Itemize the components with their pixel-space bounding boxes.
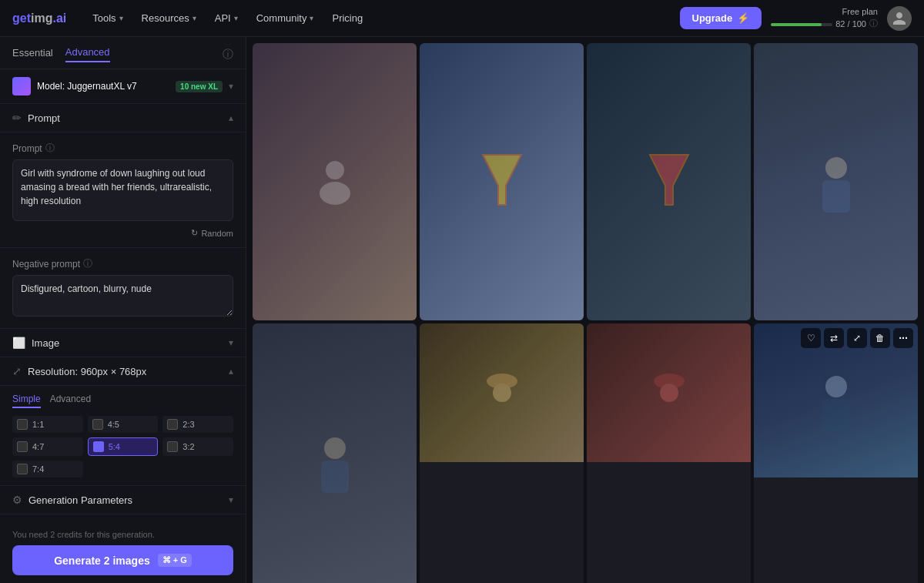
resize-icon: ⤢ — [12, 365, 22, 377]
ratio-box — [17, 419, 28, 430]
model-chevron-icon: ▾ — [229, 81, 233, 92]
pencil-icon: ✏ — [12, 112, 22, 124]
gen-params-header[interactable]: ⚙ Generation Parameters ▾ — [0, 486, 246, 514]
ratio-3-2[interactable]: 3:2 — [162, 437, 233, 456]
credits-notice: You need 2 credits for this generation. — [12, 530, 233, 539]
image-section-header[interactable]: ⬜ Image ▾ — [0, 329, 246, 357]
ratio-5-4[interactable]: 5:4 — [88, 437, 159, 456]
svg-marker-3 — [650, 155, 688, 205]
ratio-box — [17, 464, 28, 474]
ratio-7-4[interactable]: 7:4 — [12, 461, 83, 477]
ratio-box — [92, 419, 103, 430]
prompt-info-icon: ⓘ — [45, 142, 55, 155]
svg-point-12 — [825, 376, 847, 397]
tab-advanced[interactable]: Advanced — [65, 46, 110, 62]
ratio-box — [167, 441, 178, 452]
nav-community[interactable]: Community ▾ — [249, 8, 322, 28]
prompt-input[interactable] — [12, 159, 233, 221]
svg-rect-5 — [822, 180, 850, 213]
like-button-8[interactable]: ♡ — [801, 328, 821, 348]
svg-point-11 — [660, 384, 678, 402]
resources-chevron-icon: ▾ — [192, 14, 196, 22]
gen-params-title: Generation Parameters — [28, 494, 229, 506]
ratio-box — [167, 419, 178, 430]
prompt-chevron-icon: ▴ — [229, 112, 233, 123]
prompt-section-header[interactable]: ✏ Prompt ▴ — [0, 104, 246, 132]
neg-prompt-area: Negative prompt ⓘ — [0, 248, 246, 329]
ratio-box — [17, 441, 28, 452]
res-tab-advanced[interactable]: Advanced — [50, 394, 91, 408]
user-icon — [892, 11, 907, 26]
svg-point-4 — [825, 157, 847, 179]
gallery: ♡ ⇄ ⤢ 🗑 ··· — [246, 37, 924, 583]
tools-chevron-icon: ▾ — [119, 14, 123, 22]
zoom-button-8[interactable]: ⤢ — [847, 328, 867, 348]
gallery-item-3[interactable] — [587, 43, 751, 320]
resolution-area: Simple Advanced 1:1 4:5 2:3 4:7 — [0, 386, 246, 486]
resolution-section-header[interactable]: ⤢ Resolution: 960px × 768px ▴ — [0, 357, 246, 386]
image-section-title: Image — [32, 337, 229, 349]
gallery-item-4[interactable] — [754, 43, 918, 320]
gallery-grid: ♡ ⇄ ⤢ 🗑 ··· — [253, 43, 918, 583]
prompt-area: Prompt ⓘ ↻ Random — [0, 132, 246, 248]
generate-shortcut: ⌘ + G — [158, 554, 192, 567]
share-button-8[interactable]: ⇄ — [824, 328, 844, 348]
neg-prompt-input[interactable] — [12, 275, 233, 317]
navbar: getimg.ai Tools ▾ Resources ▾ API ▾ Comm… — [0, 0, 924, 37]
ratio-1-1[interactable]: 1:1 — [12, 416, 83, 433]
upgrade-button[interactable]: Upgrade ⚡ — [680, 7, 762, 29]
random-button[interactable]: ↻ Random — [191, 228, 233, 238]
ratio-2-3[interactable]: 2:3 — [162, 416, 233, 433]
model-thumbnail — [12, 77, 31, 95]
nav-api[interactable]: API ▾ — [207, 8, 246, 28]
image-icon: ⬜ — [12, 337, 25, 349]
random-icon: ↻ — [191, 228, 198, 238]
neg-prompt-label: Negative prompt ⓘ — [12, 257, 233, 270]
gallery-item-6[interactable] — [420, 323, 584, 583]
gallery-item-2[interactable] — [420, 43, 584, 320]
generate-button[interactable]: Generate 2 images ⌘ + G — [12, 545, 233, 575]
resolution-section-title: Resolution: 960px × 768px — [28, 366, 229, 377]
sidebar: Essential Advanced ⓘ Model: JuggernautXL… — [0, 37, 246, 583]
plan-info: Free plan 82 / 100 ⓘ — [771, 7, 878, 29]
ratio-grid: 1:1 4:5 2:3 4:7 5:4 — [12, 416, 233, 477]
svg-point-6 — [324, 437, 346, 459]
gallery-item-8[interactable]: ♡ ⇄ ⤢ 🗑 ··· — [754, 323, 918, 583]
sidebar-footer: You need 2 credits for this generation. … — [0, 522, 246, 583]
tab-essential[interactable]: Essential — [12, 47, 53, 62]
site-logo[interactable]: getimg.ai — [12, 12, 66, 25]
svg-rect-7 — [321, 461, 349, 493]
bolt-icon: ⚡ — [737, 12, 749, 24]
svg-point-1 — [320, 182, 350, 205]
avatar[interactable] — [887, 6, 912, 31]
nav-resources[interactable]: Resources ▾ — [134, 8, 204, 28]
svg-point-0 — [326, 161, 344, 179]
nav-pricing[interactable]: Pricing — [324, 8, 370, 28]
gallery-actions-8: ♡ ⇄ ⤢ 🗑 ··· — [801, 328, 913, 348]
res-tab-simple[interactable]: Simple — [12, 394, 41, 408]
gallery-item-5[interactable] — [253, 323, 417, 583]
sliders-icon: ⚙ — [12, 494, 22, 506]
sidebar-info-icon[interactable]: ⓘ — [223, 48, 233, 62]
svg-marker-2 — [483, 155, 521, 205]
ratio-box-selected — [93, 441, 104, 452]
nav-tools[interactable]: Tools ▾ — [85, 8, 130, 28]
image-chevron-icon: ▾ — [229, 337, 233, 348]
model-row[interactable]: Model: JuggernautXL v7 10 new XL ▾ — [0, 69, 246, 104]
gallery-item-1[interactable] — [253, 43, 417, 320]
logo-dot: .ai — [52, 12, 66, 25]
svg-rect-13 — [822, 399, 850, 431]
credits-bar-fill — [771, 23, 822, 26]
ratio-4-5[interactable]: 4:5 — [88, 416, 159, 433]
more-button-8[interactable]: ··· — [893, 328, 913, 348]
gallery-item-7[interactable] — [587, 323, 751, 583]
delete-button-8[interactable]: 🗑 — [870, 328, 890, 348]
community-chevron-icon: ▾ — [310, 14, 313, 22]
svg-point-9 — [493, 384, 511, 402]
nav-items: Tools ▾ Resources ▾ API ▾ Community ▾ Pr… — [85, 8, 679, 28]
prompt-label: Prompt ⓘ — [12, 142, 233, 155]
prompt-section-title: Prompt — [28, 112, 229, 124]
gen-params-chevron-icon: ▾ — [229, 494, 233, 505]
resolution-tabs: Simple Advanced — [12, 394, 233, 408]
ratio-4-7[interactable]: 4:7 — [12, 437, 83, 456]
